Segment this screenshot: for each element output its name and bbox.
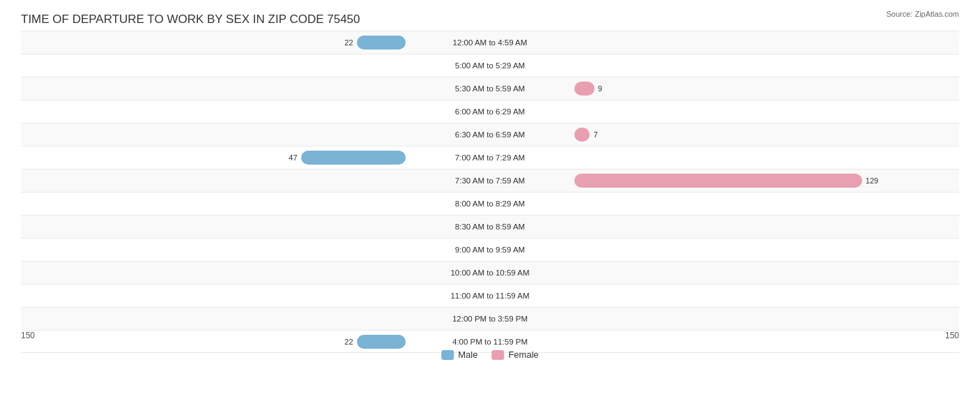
table-row: 7:30 AM to 7:59 AM 129 xyxy=(21,169,959,192)
table-row: 6:00 AM to 6:29 AM xyxy=(21,100,959,123)
chart-title: TIME OF DEPARTURE TO WORK BY SEX IN ZIP … xyxy=(21,13,959,27)
table-row: 9:00 AM to 9:59 AM xyxy=(21,238,959,261)
male-bar xyxy=(357,36,406,50)
male-value: 22 xyxy=(338,38,353,47)
source-text: Source: ZipAtlas.com xyxy=(886,10,959,18)
legend-female: Female xyxy=(491,349,538,360)
table-row: 22 12:00 AM to 4:59 AM xyxy=(21,31,959,54)
time-label: 6:30 AM to 6:59 AM xyxy=(410,130,570,139)
female-bar xyxy=(574,128,590,142)
legend-female-box xyxy=(491,350,504,360)
table-row: 8:30 AM to 8:59 AM xyxy=(21,215,959,238)
female-bar xyxy=(574,82,595,96)
legend-male: Male xyxy=(441,349,477,360)
female-value: 9 xyxy=(598,84,613,93)
legend-male-box xyxy=(441,350,454,360)
time-label: 11:00 AM to 11:59 AM xyxy=(410,292,570,300)
time-label: 5:30 AM to 5:59 AM xyxy=(410,84,570,93)
chart-area: 22 12:00 AM to 4:59 AM 5:00 AM to 5:29 A… xyxy=(21,31,959,360)
female-value: 129 xyxy=(866,176,881,185)
table-row: 11:00 AM to 11:59 AM xyxy=(21,284,959,307)
time-label: 7:00 AM to 7:29 AM xyxy=(410,153,570,162)
female-value: 7 xyxy=(593,130,608,139)
time-label: 4:00 PM to 11:59 PM xyxy=(410,338,570,346)
table-row: 6:30 AM to 6:59 AM 7 xyxy=(21,123,959,146)
female-bar xyxy=(574,174,862,188)
table-row: 47 7:00 AM to 7:29 AM xyxy=(21,146,959,169)
time-label: 12:00 PM to 3:59 PM xyxy=(410,315,570,323)
male-value: 47 xyxy=(282,153,298,162)
legend-female-label: Female xyxy=(508,349,538,360)
table-row: 8:00 AM to 8:29 AM xyxy=(21,192,959,215)
table-row: 5:30 AM to 5:59 AM 9 xyxy=(21,77,959,100)
legend-male-label: Male xyxy=(458,349,477,360)
time-label: 5:00 AM to 5:29 AM xyxy=(410,61,570,70)
axis-left: 150 xyxy=(21,331,35,340)
legend: Male Female xyxy=(441,349,539,360)
time-label: 12:00 AM to 4:59 AM xyxy=(410,38,570,47)
male-bar xyxy=(301,151,406,165)
time-label: 8:30 AM to 8:59 AM xyxy=(410,222,570,231)
time-label: 7:30 AM to 7:59 AM xyxy=(410,176,570,185)
time-label: 10:00 AM to 10:59 AM xyxy=(410,269,570,277)
table-row: 5:00 AM to 5:29 AM xyxy=(21,54,959,77)
table-row: 12:00 PM to 3:59 PM xyxy=(21,307,959,330)
time-label: 9:00 AM to 9:59 AM xyxy=(410,246,570,254)
time-label: 8:00 AM to 8:29 AM xyxy=(410,199,570,208)
chart-container: TIME OF DEPARTURE TO WORK BY SEX IN ZIP … xyxy=(0,0,980,415)
table-row: 10:00 AM to 10:59 AM xyxy=(21,261,959,284)
rows-container: 22 12:00 AM to 4:59 AM 5:00 AM to 5:29 A… xyxy=(21,31,959,325)
axis-right: 150 xyxy=(945,331,959,340)
time-label: 6:00 AM to 6:29 AM xyxy=(410,107,570,116)
